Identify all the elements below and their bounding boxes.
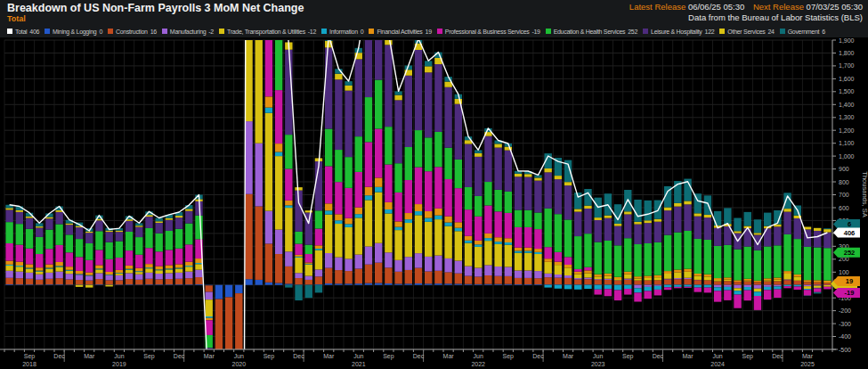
legend-swatch-icon [219, 29, 224, 34]
svg-text:Sep: Sep [24, 353, 36, 360]
svg-text:Mar: Mar [802, 353, 814, 359]
svg-text:Mar: Mar [443, 353, 455, 359]
legend-swatch-icon [162, 29, 167, 34]
svg-text:1,400: 1,400 [839, 102, 855, 108]
legend-item-other-services[interactable]: Other Services24 [719, 29, 774, 35]
svg-text:Sep: Sep [264, 353, 275, 360]
legend-item-government[interactable]: Government6 [780, 29, 825, 35]
svg-text:Dec: Dec [53, 353, 65, 359]
svg-text:1,000: 1,000 [839, 153, 855, 160]
axis-badge-6: 6 [833, 219, 860, 229]
svg-text:1,300: 1,300 [839, 114, 855, 120]
legend-value: 406 [29, 29, 39, 35]
legend-item-manufacturing[interactable]: Manufacturing-2 [162, 29, 214, 35]
svg-text:Dec: Dec [653, 353, 664, 359]
svg-text:Jun: Jun [114, 353, 124, 359]
svg-text:Dec: Dec [532, 353, 544, 359]
payrolls-stacked-bar-chart[interactable]: -500-400-300-200-10001002003004005006007… [0, 0, 868, 369]
svg-text:Sep: Sep [143, 353, 155, 360]
svg-text:Thousands, SA: Thousands, SA [861, 171, 868, 217]
legend-value: 0 [361, 29, 364, 35]
svg-text:1,100: 1,100 [839, 140, 855, 146]
legend-label: Government [788, 29, 820, 35]
legend-swatch-icon [7, 29, 12, 34]
svg-text:2019: 2019 [112, 361, 126, 367]
legend-swatch-icon [719, 29, 725, 34]
axis-badge--19: -19 [833, 288, 860, 298]
svg-text:2025: 2025 [800, 361, 815, 367]
svg-text:Dec: Dec [772, 353, 783, 359]
svg-text:Jun: Jun [593, 353, 603, 359]
legend-item-mining-logging[interactable]: Mining & Logging0 [45, 29, 102, 35]
svg-text:600: 600 [839, 205, 849, 211]
legend-swatch-icon [643, 29, 648, 34]
svg-text:19: 19 [846, 277, 853, 285]
legend-item-financial-activities[interactable]: Financial Activities19 [369, 29, 431, 35]
svg-text:1,900: 1,900 [839, 37, 855, 44]
legend-value: 0 [99, 29, 102, 35]
legend-label: Professional & Business Services [445, 29, 530, 35]
svg-text:Sep: Sep [622, 353, 634, 360]
svg-text:6: 6 [848, 220, 851, 228]
legend-value: 16 [150, 29, 157, 35]
legend-item-professional-business-services[interactable]: Professional & Business Services-19 [437, 29, 540, 35]
svg-text:Mar: Mar [323, 353, 335, 359]
svg-text:Mar: Mar [682, 353, 694, 359]
svg-text:-400: -400 [839, 333, 851, 340]
legend-value: 6 [822, 29, 825, 35]
svg-text:1,600: 1,600 [839, 76, 855, 82]
svg-text:Mar: Mar [563, 353, 574, 359]
latest-release-label: Latest Release [629, 2, 685, 12]
svg-text:-500: -500 [839, 347, 851, 353]
svg-text:800: 800 [839, 179, 849, 185]
legend-value: -2 [208, 29, 214, 35]
legend-label: Financial Activities [377, 29, 422, 35]
legend-item-information[interactable]: Information0 [321, 29, 363, 35]
legend-item-total[interactable]: Total406 [7, 29, 39, 35]
svg-text:2024: 2024 [710, 361, 725, 367]
chart-title: Breakdown of US Non-Farm Payrolls 3 MoM … [7, 2, 304, 14]
axis-badge-19: 19 [833, 276, 860, 286]
legend-swatch-icon [780, 29, 785, 34]
next-release-label: Next Release [753, 2, 804, 12]
legend-item-education-health-services[interactable]: Education & Health Services252 [546, 29, 637, 35]
legend-label: Manufacturing [170, 29, 206, 35]
legend: Total406Mining & Logging0Construction16M… [7, 26, 862, 37]
svg-text:Sep: Sep [503, 353, 515, 360]
svg-text:Dec: Dec [293, 353, 304, 359]
legend-label: Information [329, 29, 358, 35]
legend-value: 252 [628, 29, 637, 35]
data-source: Data from the Bureau of Labor Statistics… [629, 12, 863, 23]
chart-subtitle: Total [7, 14, 26, 23]
svg-text:-19: -19 [845, 289, 855, 297]
y-axis: -500-400-300-200-10001002003004005006007… [832, 37, 868, 353]
svg-text:2018: 2018 [22, 361, 37, 367]
svg-text:1,700: 1,700 [839, 62, 855, 69]
legend-item-leisure-hospitality[interactable]: Leisure & Hospitality122 [643, 29, 714, 35]
svg-text:700: 700 [839, 192, 849, 198]
svg-text:Mar: Mar [204, 353, 215, 359]
svg-text:Mar: Mar [84, 353, 95, 359]
axis-badge-252: 252 [833, 248, 860, 258]
svg-text:252: 252 [844, 249, 856, 257]
svg-text:2020: 2020 [232, 361, 247, 367]
axis-badge-406: 406 [833, 228, 860, 238]
legend-label: Other Services [727, 29, 765, 35]
svg-text:Jun: Jun [712, 353, 722, 359]
legend-item-construction[interactable]: Construction16 [108, 29, 157, 35]
release-line: Latest Release 06/06/25 05:30 Next Relea… [629, 2, 863, 12]
legend-swatch-icon [546, 29, 551, 34]
svg-text:2021: 2021 [352, 361, 366, 367]
legend-item-trade-transportation-utilities[interactable]: Trade, Transportation & Utilities-12 [219, 29, 316, 35]
svg-text:2023: 2023 [591, 361, 605, 367]
svg-text:-300: -300 [839, 321, 851, 327]
svg-text:Sep: Sep [383, 353, 394, 360]
bloomberg-payrolls-screen: -500-400-300-200-10001002003004005006007… [0, 0, 868, 369]
legend-label: Leisure & Hospitality [651, 29, 702, 35]
svg-text:Jun: Jun [353, 353, 363, 359]
svg-text:Sep: Sep [742, 353, 754, 360]
legend-swatch-icon [437, 29, 442, 34]
legend-swatch-icon [369, 29, 374, 34]
x-axis: Sep2018DecMarJun2019SepDecMarJun2020SepD… [0, 349, 838, 367]
legend-swatch-icon [45, 29, 50, 34]
